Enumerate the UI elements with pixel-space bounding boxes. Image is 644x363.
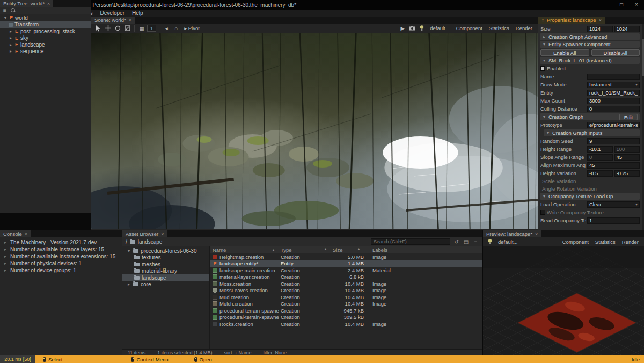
disable-all-button[interactable]: Disable All — [591, 49, 640, 56]
scale-tool-icon[interactable] — [123, 25, 131, 32]
file-row[interactable]: Rocks.creationCreation10.4 MBImage — [210, 321, 482, 328]
select-tool-icon[interactable] — [94, 25, 103, 32]
size-x-field[interactable] — [587, 26, 613, 32]
prototype-field[interactable] — [587, 122, 640, 128]
folder-item-material-library[interactable]: material-library — [122, 268, 209, 275]
maximize-button[interactable]: □ — [614, 0, 629, 10]
minimize-button[interactable]: – — [599, 0, 614, 10]
lighting-icon[interactable] — [486, 238, 494, 245]
section-angle-rotation-variation[interactable]: Angle Rotation Variation — [540, 185, 640, 192]
section-rock-instanced[interactable]: ▾ SM_Rock_L_01 (Instanced) — [540, 57, 640, 64]
tree-item-sequence[interactable]: ▸ E sequence — [0, 48, 91, 55]
height-range-min-field[interactable] — [587, 146, 613, 153]
chevron-right-icon[interactable]: ▸ — [9, 49, 13, 54]
close-icon[interactable]: × — [47, 1, 50, 6]
file-row[interactable]: landscape-main.creationCreation2.4 MBMat… — [210, 267, 482, 274]
max-count-field[interactable] — [587, 98, 640, 104]
height-variation-max-field[interactable] — [614, 170, 640, 177]
breadcrumb-current[interactable]: landscape — [138, 239, 163, 245]
culling-distance-field[interactable] — [587, 106, 640, 112]
chevron-right-icon[interactable]: ▸ — [9, 42, 13, 47]
statistics-button[interactable]: Statistics — [592, 239, 618, 245]
section-scale-variation[interactable]: Scale Variation — [540, 178, 640, 185]
folder-item-meshes[interactable]: meshes — [122, 261, 209, 268]
file-row[interactable]: procedural-terrain-spawner.creatiCreatio… — [210, 307, 482, 314]
render-button[interactable]: Render — [619, 239, 641, 245]
menu-help[interactable]: Help — [132, 10, 143, 16]
write-occupancy-checkbox[interactable] — [540, 210, 545, 215]
slope-angle-max-field[interactable] — [614, 154, 640, 161]
scene-viewport[interactable] — [91, 33, 538, 229]
view-mode-icon[interactable]: ▤ — [463, 239, 470, 245]
grid-snap-icon[interactable]: ▦ — [137, 25, 146, 32]
scrollbar-thumb[interactable] — [642, 39, 644, 76]
edit-button[interactable]: Edit — [619, 114, 638, 120]
column-labels[interactable]: Labels — [369, 247, 482, 253]
size-y-field[interactable] — [614, 26, 640, 32]
close-icon[interactable]: × — [161, 231, 164, 237]
file-row[interactable]: Moss.creationCreation10.4 MBImage — [210, 280, 482, 287]
file-row[interactable]: MossLeaves.creationCreation10.4 MBImage — [210, 287, 482, 294]
section-occupancy-texture[interactable]: ▾ Occupancy Texture Load Op — [540, 193, 640, 200]
align-maximum-angle-field[interactable] — [587, 162, 640, 169]
history-icon[interactable]: ↺ — [453, 239, 460, 245]
height-variation-min-field[interactable] — [587, 170, 613, 177]
search-input[interactable] — [371, 238, 450, 245]
close-icon[interactable]: × — [535, 231, 538, 237]
console-line[interactable]: ▸Number of physical devices: 1 — [0, 260, 122, 267]
console-line[interactable]: ▸Number of available instance extensions… — [0, 253, 122, 260]
file-row[interactable]: material-layer.creationCreation6.8 kB — [210, 274, 482, 281]
close-button[interactable]: × — [629, 0, 644, 10]
console-line[interactable]: ▸The Machinery - Version 2021.7-dev — [0, 239, 122, 246]
name-field[interactable] — [587, 74, 640, 80]
filter-icon[interactable]: ≡ — [472, 239, 479, 245]
close-icon[interactable]: × — [25, 231, 27, 237]
properties-scrollbar[interactable] — [642, 24, 644, 230]
tab-scene[interactable]: Scene: world* × — [91, 17, 135, 24]
console-line[interactable]: ▸Number of device groups: 1 — [0, 267, 122, 274]
camera-preset-dropdown[interactable]: default... — [427, 25, 452, 31]
chevron-right-icon[interactable]: ▸ — [127, 282, 131, 287]
preview-viewport[interactable] — [483, 246, 644, 355]
tab-asset-browser[interactable]: Asset Browser × — [122, 230, 167, 237]
file-row[interactable]: procedural-terrain-spawner-cell.crCreati… — [210, 314, 482, 321]
pivot-dropdown[interactable]: ▸ Pivot — [181, 25, 202, 31]
console-line[interactable]: ▸Number of available instance layers: 15 — [0, 246, 122, 253]
lighting-icon[interactable] — [418, 25, 426, 32]
home-icon[interactable]: ⌂ — [172, 25, 180, 32]
entity-field[interactable] — [587, 90, 640, 96]
play-icon[interactable]: ▶ — [398, 25, 407, 32]
tab-preview[interactable]: Preview: landscape* × — [483, 230, 541, 237]
menu-developer[interactable]: Developer — [100, 10, 125, 16]
folder-item-root[interactable]: ▾procedural-forest-06-30 — [122, 248, 209, 255]
column-name[interactable]: Name▲ — [210, 247, 279, 253]
draw-mode-select[interactable]: Instanced ▾ — [587, 82, 640, 88]
rotate-tool-icon[interactable] — [113, 25, 122, 32]
component-button[interactable]: Component — [560, 239, 591, 245]
section-entity-spawner[interactable]: ▾ Entity Spawner Component — [540, 41, 640, 48]
file-row[interactable]: Mulch.creationCreation10.4 MBImage — [210, 301, 482, 308]
pin-up-icon[interactable]: ↑ — [541, 17, 544, 23]
tree-item-landscape[interactable]: ▸ E landscape — [0, 41, 91, 48]
tree-item-sky[interactable]: ▸ E sky — [0, 35, 91, 42]
chevron-right-icon[interactable]: ▸ — [9, 29, 13, 34]
section-creation-graph-inputs[interactable]: ▾ Creation Graph Inputs — [544, 129, 640, 136]
random-seed-field[interactable] — [587, 138, 640, 144]
section-creation-graph-advanced[interactable]: ▸ Creation Graph Advanced — [540, 33, 640, 40]
section-creation-graph[interactable]: ▾ Creation Graph Edit — [540, 113, 640, 120]
enabled-checkbox[interactable] — [540, 66, 545, 71]
statistics-button[interactable]: Statistics — [486, 25, 512, 31]
close-icon[interactable]: × — [129, 18, 131, 23]
file-row[interactable]: Mud.creationCreation10.4 MBImage — [210, 294, 482, 301]
slope-angle-min-field[interactable] — [587, 154, 613, 161]
tree-item-transform[interactable]: Transform — [0, 21, 91, 28]
tree-item-world[interactable]: ▾ E world — [0, 14, 91, 21]
folder-item-landscape[interactable]: landscape — [122, 274, 209, 281]
chevron-down-icon[interactable]: ▾ — [3, 16, 8, 20]
close-icon[interactable]: × — [599, 18, 602, 23]
column-size[interactable]: Size▲ — [331, 247, 369, 253]
tab-properties[interactable]: ↑ Properties: landscape × — [538, 17, 605, 24]
move-tool-icon[interactable] — [104, 25, 112, 32]
tab-entity-tree[interactable]: Entity Tree: world* × — [0, 0, 53, 7]
tab-console[interactable]: Console × — [0, 230, 31, 237]
